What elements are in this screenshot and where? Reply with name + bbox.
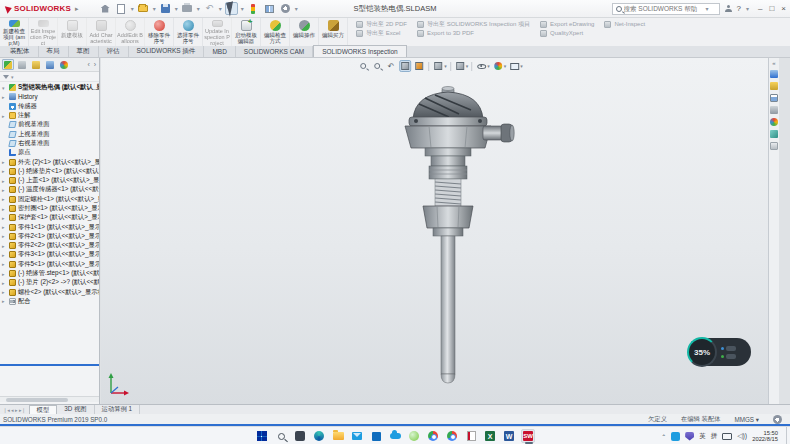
- new-caret-icon[interactable]: ▾: [131, 5, 134, 12]
- panel-horizontal-scrollbar[interactable]: [0, 396, 99, 402]
- section-view-icon[interactable]: [399, 60, 411, 72]
- display-style-icon[interactable]: [454, 60, 466, 72]
- qualityxpert-button[interactable]: QualityXpert: [540, 29, 594, 37]
- tree-item[interactable]: ▸ 配合: [0, 297, 99, 306]
- tree-item[interactable]: 原点: [0, 148, 99, 157]
- update-inspection-project-button[interactable]: Update Inspection Project: [203, 18, 232, 46]
- status-options-gear-icon[interactable]: [773, 415, 782, 424]
- home-icon[interactable]: [99, 2, 112, 15]
- hide-show-items-icon[interactable]: [475, 60, 487, 72]
- tree-expand-icon[interactable]: ▸: [2, 215, 7, 221]
- view-orientation-caret-icon[interactable]: ▾: [444, 63, 447, 69]
- options-caret-icon[interactable]: ▾: [295, 5, 298, 12]
- hide-show-caret-icon[interactable]: ▾: [487, 63, 490, 69]
- property-manager-tab[interactable]: [16, 59, 28, 70]
- taskview-icon[interactable]: [293, 429, 307, 443]
- filter-caret-icon[interactable]: ▾: [11, 74, 14, 80]
- display-columns-icon[interactable]: [263, 2, 276, 15]
- tree-item[interactable]: ▸ 零件1<1> (默认<<默认>_显示状态: [0, 222, 99, 231]
- tree-item[interactable]: ▸ 密封圈<1> (默认<<默认>_显示状: [0, 204, 99, 213]
- appearances-scenes-icon[interactable]: [770, 118, 778, 126]
- ime-mode-indicator[interactable]: 拼: [711, 432, 718, 441]
- select-balloon-button[interactable]: 选择零件序号: [174, 18, 203, 46]
- reader-icon[interactable]: [464, 429, 478, 443]
- select-icon[interactable]: [225, 2, 238, 15]
- recorder-mic-button[interactable]: [721, 354, 736, 359]
- zoom-fit-icon[interactable]: [357, 60, 369, 72]
- tree-item[interactable]: ▸ 零件2<1> (默认<<默认>_显示状: [0, 232, 99, 241]
- undo-caret-icon[interactable]: ▾: [219, 5, 222, 12]
- open-icon[interactable]: [137, 2, 150, 15]
- previous-view-icon[interactable]: ↶: [385, 60, 397, 72]
- tree-expand-icon[interactable]: ▸: [2, 280, 7, 286]
- display-style-caret-icon[interactable]: ▾: [466, 63, 469, 69]
- browser-icon[interactable]: [426, 429, 440, 443]
- screen-recorder-overlay[interactable]: 35%: [689, 338, 751, 366]
- custom-properties-icon[interactable]: [770, 142, 778, 150]
- tree-expand-icon[interactable]: ▸: [2, 289, 7, 295]
- tree-item[interactable]: ▸ 零件3<1> (默认<<默认>_显示状: [0, 250, 99, 259]
- save-caret-icon[interactable]: ▾: [175, 5, 178, 12]
- word-icon[interactable]: W: [502, 429, 516, 443]
- edit-operations-button[interactable]: 编辑操作: [290, 18, 319, 46]
- new-template-button[interactable]: 新建模板: [58, 18, 87, 46]
- tree-item[interactable]: ▸ (-) 上盖<1> (默认<<默认>_显示状: [0, 176, 99, 185]
- new-document-icon[interactable]: [115, 2, 128, 15]
- net-inspect-button[interactable]: Net-Inspect: [604, 20, 645, 28]
- resources-icon[interactable]: [770, 70, 778, 78]
- dynamic-annotation-icon[interactable]: [413, 60, 425, 72]
- help-button[interactable]: ?: [737, 4, 741, 13]
- open-caret-icon[interactable]: ▾: [153, 5, 156, 12]
- print-caret-icon[interactable]: ▾: [197, 5, 200, 12]
- solidworks-icon[interactable]: SW: [521, 429, 535, 443]
- edit-inspection-methods-button[interactable]: 编辑检查方式: [261, 18, 290, 46]
- login-person-icon[interactable]: [725, 5, 732, 12]
- tree-item[interactable]: ▸ 保护套<1> (默认<<默认>_显示状: [0, 213, 99, 222]
- tray-chevron-icon[interactable]: ⌃: [661, 433, 666, 440]
- view-orientation-icon[interactable]: [432, 60, 444, 72]
- zoom-area-icon[interactable]: [371, 60, 383, 72]
- export-edrawing-button[interactable]: Export eDrawing: [540, 20, 594, 28]
- print-icon[interactable]: [181, 2, 194, 15]
- tree-item[interactable]: 传感器: [0, 102, 99, 111]
- rebuild-traffic-icon[interactable]: [247, 2, 260, 15]
- command-tab[interactable]: SOLIDWORKS Inspection: [313, 45, 407, 57]
- appearances-caret-icon[interactable]: ▾: [504, 63, 507, 69]
- minimize-button[interactable]: –: [758, 4, 762, 13]
- start-icon[interactable]: [255, 429, 269, 443]
- feature-manager-tab[interactable]: [2, 59, 14, 70]
- tree-expand-icon[interactable]: ▸: [2, 243, 7, 249]
- help-caret-icon[interactable]: ▾: [746, 5, 749, 12]
- tree-expand-icon[interactable]: ▸: [2, 196, 7, 202]
- tree-item[interactable]: 右视基准面: [0, 139, 99, 148]
- command-tab[interactable]: 评估: [99, 46, 129, 57]
- document-tab[interactable]: 3D 视图: [57, 405, 94, 414]
- taskbar-clock[interactable]: 15:50 2022/8/15: [752, 430, 781, 443]
- display-manager-tab[interactable]: [58, 59, 70, 70]
- search-box[interactable]: ▾: [612, 3, 720, 15]
- tree-expand-icon[interactable]: ▸: [2, 233, 7, 239]
- search-icon[interactable]: [274, 429, 288, 443]
- onedrive-tray-icon[interactable]: [671, 432, 680, 441]
- view-palette-icon[interactable]: [770, 106, 778, 114]
- tree-expand-icon[interactable]: ▸: [2, 178, 7, 184]
- logo-flyout-arrow-icon[interactable]: ▸: [75, 5, 79, 13]
- save-icon[interactable]: [159, 2, 172, 15]
- add-edit-balloons-button[interactable]: Add/Edit Balloons: [116, 18, 145, 46]
- launch-template-editor-button[interactable]: 启动模板编辑器: [232, 18, 261, 46]
- tree-item[interactable]: 前视基准面: [0, 120, 99, 129]
- select-caret-icon[interactable]: ▾: [241, 5, 244, 12]
- appearances-icon[interactable]: [492, 60, 504, 72]
- export-excel-button[interactable]: 导出至 Excel: [356, 29, 407, 37]
- command-tab[interactable]: SOLIDWORKS 插件: [129, 46, 205, 57]
- document-tab[interactable]: 模型: [29, 405, 58, 414]
- recorder-camera-button[interactable]: [721, 346, 736, 351]
- tree-item[interactable]: ▸ (-) 绝缘管.step<1> (默认<<默认>: [0, 269, 99, 278]
- tree-expand-icon[interactable]: ▸: [2, 168, 7, 174]
- tree-root-item[interactable]: ▾ S型铠装热电偶 (默认<默认_显示状态-1: [0, 83, 99, 92]
- store-icon[interactable]: [369, 429, 383, 443]
- tree-item[interactable]: ▸ (-) 垫片 (2)<2> ->? (默认<<默认: [0, 278, 99, 287]
- file-explorer-icon[interactable]: [331, 429, 345, 443]
- tree-item[interactable]: ▸ 外壳 (2)<1> (默认<<默认>_显示状: [0, 157, 99, 166]
- options-gear-icon[interactable]: [279, 2, 292, 15]
